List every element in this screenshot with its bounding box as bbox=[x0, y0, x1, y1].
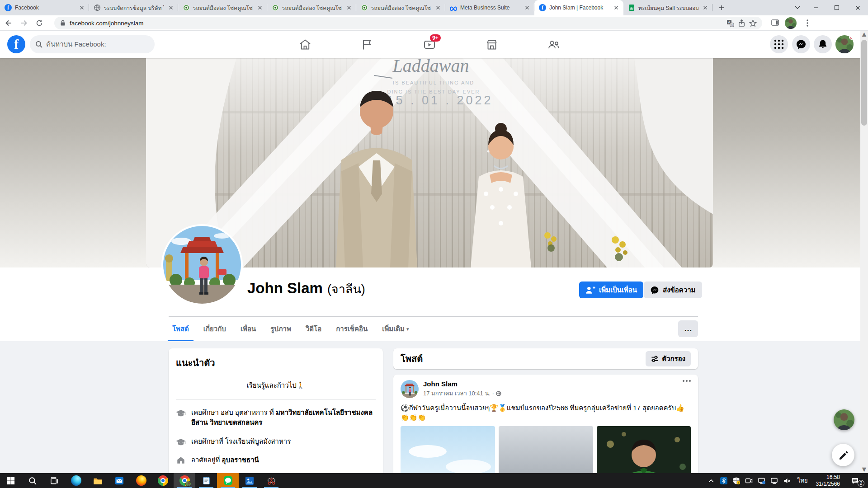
firefox-icon[interactable] bbox=[130, 473, 152, 488]
post-meta: 17 มกราคม เวลา 10:41 น. · bbox=[423, 389, 501, 398]
chat-head-avatar[interactable] bbox=[834, 409, 854, 430]
post-card: John Slam 17 มกราคม เวลา 10:41 น. · ⚽กีฬ… bbox=[393, 375, 698, 488]
back-icon[interactable] bbox=[2, 16, 15, 30]
facebook-logo[interactable]: f bbox=[7, 35, 25, 53]
language-indicator[interactable]: ไทย bbox=[794, 476, 811, 485]
snipping-tool-icon[interactable] bbox=[260, 473, 282, 488]
address-bar[interactable]: facebook.com/johnneyslam bbox=[54, 17, 762, 29]
divider bbox=[176, 399, 376, 399]
network-icon[interactable] bbox=[769, 473, 780, 488]
photos-icon[interactable] bbox=[239, 473, 260, 488]
file-explorer-icon[interactable] bbox=[87, 473, 108, 488]
video-badge: 9+ bbox=[430, 34, 441, 42]
tab-about[interactable]: เกี่ยวกับ bbox=[196, 317, 233, 341]
lock-icon[interactable] bbox=[60, 20, 66, 26]
nav-home[interactable] bbox=[280, 33, 330, 56]
taskbar-clock[interactable]: 16:58 31/1/2566 bbox=[812, 474, 844, 488]
cover-caption-1: IS BEAUTIFUL THING AND bbox=[393, 80, 474, 85]
tab-close-icon[interactable] bbox=[345, 4, 353, 11]
chrome-active-window[interactable] bbox=[174, 473, 195, 488]
taskbar-search-icon[interactable] bbox=[22, 473, 43, 488]
mail-icon[interactable] bbox=[108, 473, 130, 488]
browser-tab[interactable]: รถยนต์มือสอง โชคคูณโชค อุดร bbox=[267, 0, 356, 15]
forward-icon[interactable] bbox=[17, 16, 31, 30]
defender-shield-icon[interactable] bbox=[731, 473, 742, 488]
browser-tab[interactable]: ทะเบียนคุม Sall ระบบออนไลน์ bbox=[623, 0, 712, 15]
browser-tab[interactable]: f Facebook bbox=[0, 0, 89, 15]
scroll-up-arrow[interactable]: ▲ bbox=[860, 31, 868, 38]
notepad-icon[interactable] bbox=[195, 473, 217, 488]
volume-muted-icon[interactable] bbox=[781, 473, 793, 488]
tab-search-icon[interactable] bbox=[789, 0, 806, 15]
tab-more[interactable]: เพิ่มเติม▾ bbox=[375, 317, 416, 341]
compose-edit-button[interactable] bbox=[832, 444, 854, 466]
post-timestamp[interactable]: 17 มกราคม เวลา 10:41 น. · bbox=[423, 389, 494, 398]
tab-close-icon[interactable] bbox=[434, 4, 442, 11]
intro-card: แนะนำตัว เรียนรู้และก้าวไป🚶 เคยศึกษา อสบ… bbox=[169, 348, 383, 488]
translate-icon[interactable] bbox=[726, 19, 734, 27]
browser-tab[interactable]: รถยนต์มือสอง โชคคูณโชค อุดร bbox=[356, 0, 445, 15]
profile-picture[interactable] bbox=[161, 224, 243, 305]
posts-title: โพสต์ bbox=[401, 352, 423, 366]
apps-menu-icon[interactable] bbox=[770, 35, 788, 53]
tab-close-icon[interactable] bbox=[524, 4, 531, 11]
tab-friends[interactable]: เพื่อน bbox=[233, 317, 263, 341]
account-avatar[interactable] bbox=[835, 35, 854, 53]
scrollbar-thumb[interactable] bbox=[861, 40, 867, 126]
bluetooth-icon[interactable] bbox=[718, 473, 730, 488]
browser-tab[interactable]: รถยนต์มือสอง โชคคูณโชค อุดร bbox=[178, 0, 267, 15]
page-url[interactable]: facebook.com/johnneyslam bbox=[70, 20, 723, 27]
post-author-name[interactable]: John Slam bbox=[423, 380, 501, 388]
share-icon[interactable] bbox=[738, 19, 745, 27]
window-close-button[interactable] bbox=[847, 0, 868, 15]
profile-nickname: (จาลีน) bbox=[327, 279, 365, 299]
tab-photos[interactable]: รูปภาพ bbox=[263, 317, 298, 341]
start-button[interactable] bbox=[0, 473, 22, 488]
action-center-icon[interactable]: 2 bbox=[844, 473, 865, 488]
scroll-down-arrow[interactable]: ▼ bbox=[860, 466, 868, 473]
tab-close-icon[interactable] bbox=[167, 4, 175, 11]
side-panel-icon[interactable] bbox=[769, 17, 781, 29]
tab-videos[interactable]: วิดีโอ bbox=[298, 317, 329, 341]
post-menu-icon[interactable] bbox=[683, 380, 691, 382]
new-tab-button[interactable] bbox=[715, 1, 728, 14]
nav-pages[interactable] bbox=[342, 33, 392, 56]
page-scrollbar[interactable]: ▲ ▼ bbox=[860, 31, 868, 473]
bookmark-star-icon[interactable] bbox=[749, 19, 757, 27]
tab-posts[interactable]: โพสต์ bbox=[165, 317, 196, 341]
tab-close-icon[interactable] bbox=[702, 4, 709, 11]
task-view-icon[interactable] bbox=[43, 473, 65, 488]
browser-tab[interactable]: Meta Business Suite bbox=[445, 0, 534, 15]
nav-marketplace[interactable] bbox=[467, 33, 517, 56]
edge-icon[interactable] bbox=[65, 473, 87, 488]
tab-close-icon[interactable] bbox=[256, 4, 264, 11]
chrome-icon[interactable] bbox=[152, 473, 174, 488]
window-maximize-button[interactable] bbox=[826, 0, 847, 15]
nav-video[interactable]: 9+ bbox=[404, 33, 455, 56]
add-friend-icon bbox=[585, 285, 595, 295]
tab-checkins[interactable]: การเช็คอิน bbox=[329, 317, 375, 341]
line-app-icon[interactable] bbox=[217, 473, 239, 488]
tray-chevron-up-icon[interactable] bbox=[705, 473, 717, 488]
add-friend-button[interactable]: เพิ่มเป็นเพื่อน bbox=[579, 282, 643, 298]
browser-profile-avatar[interactable] bbox=[785, 17, 797, 29]
tab-close-icon[interactable] bbox=[78, 4, 85, 11]
window-minimize-button[interactable] bbox=[806, 0, 826, 15]
messenger-icon[interactable] bbox=[792, 35, 810, 53]
tab-close-icon[interactable] bbox=[613, 4, 620, 11]
profile-header-band bbox=[0, 267, 868, 341]
filter-button[interactable]: ตัวกรอง bbox=[646, 351, 691, 366]
reload-icon[interactable] bbox=[33, 16, 46, 30]
message-button[interactable]: ส่งข้อความ bbox=[644, 282, 702, 298]
browser-menu-icon[interactable] bbox=[801, 17, 814, 29]
meet-now-icon[interactable] bbox=[743, 473, 755, 488]
notifications-bell-icon[interactable] bbox=[814, 35, 832, 53]
tab-title: รถยนต์มือสอง โชคคูณโชค อุดร bbox=[371, 4, 431, 12]
nav-groups[interactable] bbox=[528, 33, 579, 56]
post-author-avatar[interactable] bbox=[401, 380, 419, 398]
search-input[interactable]: ค้นหาบน Facebook: bbox=[30, 35, 155, 53]
browser-tab-active[interactable]: f John Slam | Facebook bbox=[534, 0, 623, 15]
profile-more-button[interactable]: … bbox=[678, 320, 698, 337]
cast-screen-icon[interactable] bbox=[756, 473, 768, 488]
browser-tab[interactable]: ระบบจัดการข้อมูล บริษัท โชคคู bbox=[89, 0, 178, 15]
